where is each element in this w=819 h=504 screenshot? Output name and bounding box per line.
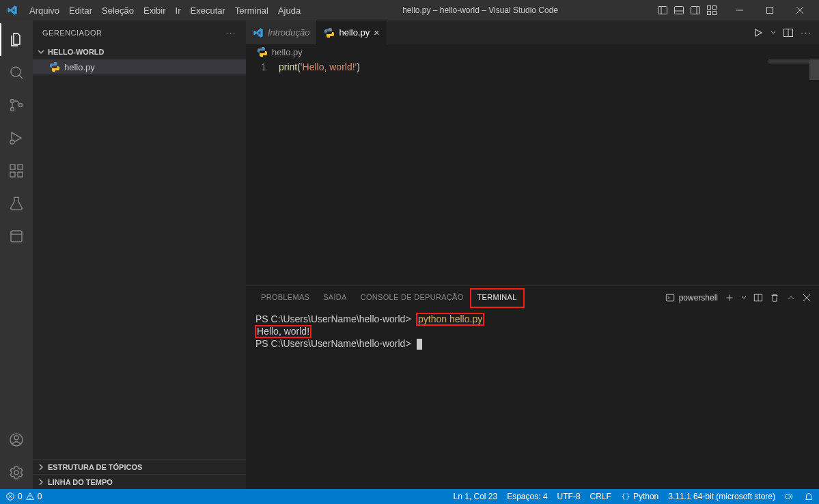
terminal-prompt: PS C:\Users\UserName\hello-world> bbox=[255, 313, 411, 324]
menu-ajuda[interactable]: Ajuda bbox=[273, 3, 305, 18]
menu-exibir[interactable]: Exibir bbox=[139, 3, 171, 18]
minimap[interactable] bbox=[768, 59, 809, 64]
activity-source-control-icon[interactable] bbox=[0, 89, 33, 122]
status-notifications-icon[interactable] bbox=[804, 492, 814, 501]
menu-executar[interactable]: Executar bbox=[186, 3, 230, 18]
kill-terminal-icon[interactable] bbox=[770, 293, 779, 303]
svg-point-29 bbox=[14, 471, 18, 475]
sidebar-more-icon[interactable]: ··· bbox=[226, 29, 236, 37]
tree-folder-label: HELLO-WORLD bbox=[48, 48, 104, 56]
terminal-cursor bbox=[417, 339, 422, 350]
sidebar-section-label: LINHA DO TEMPO bbox=[48, 478, 113, 486]
activity-bar bbox=[0, 20, 33, 489]
new-terminal-icon[interactable] bbox=[725, 293, 734, 303]
panel-tab-problemas[interactable]: PROBLEMAS bbox=[254, 289, 316, 307]
activity-search-icon[interactable] bbox=[0, 56, 33, 89]
menu-arquivo[interactable]: Arquivo bbox=[25, 3, 64, 18]
shell-name: powershell bbox=[679, 293, 718, 303]
layout-toggle-panel-icon[interactable] bbox=[671, 3, 686, 18]
window-close-button[interactable] bbox=[785, 0, 815, 20]
status-feedback-icon[interactable] bbox=[785, 492, 794, 501]
activity-testing-icon[interactable] bbox=[0, 187, 33, 220]
code-content[interactable]: print('Hello, world!') bbox=[279, 59, 819, 285]
vscode-icon bbox=[253, 27, 264, 38]
panel-tab-terminal[interactable]: TERMINAL bbox=[471, 289, 524, 307]
panel-maximize-icon[interactable] bbox=[786, 293, 796, 303]
terminal-dropdown-icon[interactable] bbox=[741, 295, 747, 300]
status-bar: 0 0 Ln 1, Col 23 Espaços: 4 UTF-8 CRLF P… bbox=[0, 489, 819, 504]
tab-close-icon[interactable]: × bbox=[374, 27, 379, 38]
tab-label: Introdução bbox=[268, 27, 309, 38]
menu-editar[interactable]: Editar bbox=[64, 3, 97, 18]
menu-selecao[interactable]: Seleção bbox=[97, 3, 139, 18]
scrollbar[interactable] bbox=[809, 59, 819, 80]
sidebar-section-outline[interactable]: ESTRUTURA DE TÓPICOS bbox=[33, 459, 246, 474]
status-language[interactable]: Python bbox=[621, 492, 658, 501]
panel-tab-saida[interactable]: SAÍDA bbox=[316, 289, 354, 307]
tab-introducao[interactable]: Introdução bbox=[246, 20, 317, 44]
activity-explorer-icon[interactable] bbox=[0, 23, 33, 56]
menu-terminal[interactable]: Terminal bbox=[230, 3, 273, 18]
activity-extensions-icon[interactable] bbox=[0, 154, 33, 187]
svg-rect-6 bbox=[708, 6, 711, 10]
svg-rect-20 bbox=[10, 165, 15, 169]
editor-area: Introdução hello.py × ··· hello.py 1 pri… bbox=[246, 20, 819, 489]
panel-tab-console[interactable]: CONSOLE DE DEPURAÇÃO bbox=[354, 289, 471, 307]
sidebar-title: GERENCIADOR ··· bbox=[33, 20, 246, 44]
file-item-hello-py[interactable]: hello.py bbox=[33, 59, 246, 74]
activity-run-icon[interactable] bbox=[0, 122, 33, 154]
svg-rect-22 bbox=[18, 172, 23, 177]
python-file-icon bbox=[257, 46, 268, 57]
layout-customize-icon[interactable] bbox=[704, 3, 719, 18]
panel-close-icon[interactable] bbox=[803, 294, 811, 302]
error-icon bbox=[5, 492, 15, 501]
layout-toggle-primary-icon[interactable] bbox=[655, 3, 670, 18]
sidebar-section-label: ESTRUTURA DE TÓPICOS bbox=[48, 463, 142, 471]
split-editor-icon[interactable] bbox=[783, 27, 794, 38]
editor-tabs: Introdução hello.py × ··· bbox=[246, 20, 819, 44]
tree-folder-header[interactable]: HELLO-WORLD bbox=[33, 44, 246, 59]
activity-accounts-icon[interactable] bbox=[0, 423, 33, 456]
panel-tabs: PROBLEMAS SAÍDA CONSOLE DE DEPURAÇÃO TER… bbox=[246, 286, 819, 309]
status-cursor-position[interactable]: Ln 1, Col 23 bbox=[453, 492, 497, 501]
status-indent[interactable]: Espaços: 4 bbox=[507, 492, 547, 501]
sidebar-explorer: GERENCIADOR ··· HELLO-WORLD hello.py EST… bbox=[33, 20, 246, 489]
svg-rect-32 bbox=[666, 294, 674, 301]
svg-point-43 bbox=[29, 498, 30, 499]
status-encoding[interactable]: UTF-8 bbox=[557, 492, 581, 501]
split-terminal-icon[interactable] bbox=[753, 293, 763, 303]
breadcrumb[interactable]: hello.py bbox=[246, 44, 819, 59]
tab-hello-py[interactable]: hello.py × bbox=[317, 20, 387, 44]
run-button-icon[interactable] bbox=[753, 27, 764, 38]
breadcrumb-file: hello.py bbox=[272, 47, 303, 57]
terminal-prompt: PS C:\Users\UserName\hello-world> bbox=[255, 338, 411, 349]
svg-rect-9 bbox=[713, 12, 717, 15]
editor-more-icon[interactable]: ··· bbox=[801, 27, 812, 38]
svg-rect-23 bbox=[18, 165, 23, 169]
svg-point-14 bbox=[11, 67, 20, 76]
python-file-icon bbox=[324, 27, 335, 38]
terminal-command: python hello.py bbox=[418, 313, 482, 324]
braces-icon bbox=[621, 492, 630, 501]
status-errors[interactable]: 0 0 bbox=[5, 492, 42, 501]
status-python-interpreter[interactable]: 3.11.1 64-bit (microsoft store) bbox=[668, 492, 775, 501]
window-maximize-button[interactable] bbox=[755, 0, 785, 20]
status-eol[interactable]: CRLF bbox=[590, 492, 611, 501]
activity-remote-icon[interactable] bbox=[0, 220, 33, 253]
svg-rect-11 bbox=[767, 8, 773, 14]
run-dropdown-icon[interactable] bbox=[771, 30, 776, 36]
status-errors-count: 0 bbox=[18, 492, 23, 501]
bottom-panel: PROBLEMAS SAÍDA CONSOLE DE DEPURAÇÃO TER… bbox=[246, 285, 819, 489]
chevron-down-icon bbox=[36, 46, 46, 57]
activity-settings-icon[interactable] bbox=[0, 456, 33, 489]
menu-ir[interactable]: Ir bbox=[171, 3, 186, 18]
layout-toggle-secondary-icon[interactable] bbox=[688, 3, 703, 18]
svg-line-15 bbox=[19, 75, 23, 79]
terminal-content[interactable]: PS C:\Users\UserName\hello-world> python… bbox=[246, 309, 819, 489]
code-editor[interactable]: 1 print('Hello, world!') bbox=[246, 59, 819, 285]
terminal-shell-selector[interactable]: powershell bbox=[665, 293, 718, 303]
svg-rect-2 bbox=[675, 7, 684, 14]
svg-rect-4 bbox=[691, 7, 700, 14]
window-minimize-button[interactable] bbox=[725, 0, 755, 20]
sidebar-section-timeline[interactable]: LINHA DO TEMPO bbox=[33, 474, 246, 489]
